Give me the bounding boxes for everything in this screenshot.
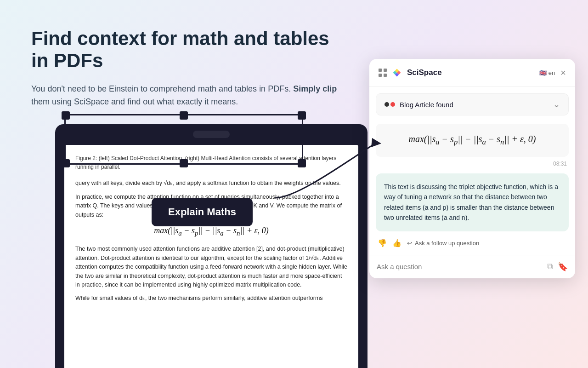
math-formula-display: max(||sa − sp|| − ||sa − sn|| + ε, 0) <box>384 134 560 147</box>
handle-top-right[interactable] <box>298 111 306 120</box>
grid-icon[interactable] <box>379 69 387 77</box>
math-formula-card: max(||sa − sp|| − ||sa − sn|| + ε, 0) <box>376 124 569 157</box>
explain-maths-button[interactable]: Explain Maths <box>152 198 253 226</box>
language-label: en <box>548 69 555 76</box>
grid-dot-3 <box>379 74 382 77</box>
page-title: Find context for math and tables in PDFs <box>31 28 344 72</box>
timestamp: 08:31 <box>378 161 567 167</box>
article-banner[interactable]: Blog Article found ⌄ <box>376 93 569 115</box>
article-banner-left: Blog Article found <box>384 101 453 109</box>
subtitle-bold: Simply clip <box>293 84 337 93</box>
follow-up-label: Ask a follow up question <box>415 240 479 247</box>
arrow <box>271 133 381 207</box>
subtitle-part2: them using SciSpace and find out what ex… <box>31 97 238 106</box>
handle-top-middle[interactable] <box>180 111 188 120</box>
flag-icon: 🇬🇧 <box>539 69 547 76</box>
handle-bottom-middle[interactable] <box>180 159 188 167</box>
grid-dot-4 <box>384 74 387 77</box>
panel-header: SciSpace 🇬🇧 en × <box>369 59 575 87</box>
panel-header-left: SciSpace <box>379 66 442 79</box>
handle-top-left[interactable] <box>62 111 70 120</box>
pdf-text4: While for small values of dₖ, the two me… <box>75 294 347 303</box>
pdf-text3: The two most commonly used attention fun… <box>75 245 347 289</box>
handle-bottom-left[interactable] <box>62 159 70 167</box>
record-icon <box>384 102 395 107</box>
chevron-down-icon[interactable]: ⌄ <box>553 99 560 109</box>
scispace-panel: SciSpace 🇬🇧 en × Blog Article found ⌄ ma… <box>369 59 575 278</box>
scispace-logo-icon <box>390 66 403 79</box>
ask-question-input[interactable] <box>377 263 543 270</box>
panel-header-right: 🇬🇧 en × <box>539 68 566 77</box>
follow-up-button[interactable]: ↩ Ask a follow up question <box>407 240 479 247</box>
record-dot-2 <box>390 102 395 107</box>
ai-response-text: This text is discussing the triplet obje… <box>384 183 558 221</box>
selection-box <box>64 114 303 165</box>
left-content: Find context for math and tables in PDFs… <box>31 28 344 122</box>
subtitle-part1: You don't need to be Einstein to compreh… <box>31 84 291 93</box>
ai-response-bubble: This text is discussing the triplet obje… <box>376 173 569 231</box>
reply-icon: ↩ <box>407 240 412 247</box>
article-found-text: Blog Article found <box>400 101 453 109</box>
grid-dot-1 <box>379 69 382 72</box>
svg-marker-0 <box>371 138 381 147</box>
panel-title: SciSpace <box>407 68 442 77</box>
grid-dot-2 <box>384 69 387 72</box>
action-row: 👎 👍 ↩ Ask a follow up question <box>369 233 575 253</box>
thumbs-down-button[interactable]: 👎 <box>378 239 387 247</box>
subtitle: You don't need to be Einstein to compreh… <box>31 82 344 109</box>
record-dot-1 <box>384 102 389 107</box>
close-button[interactable]: × <box>560 68 566 77</box>
ask-input-row: ⧉ 🔖 <box>369 255 575 278</box>
language-badge[interactable]: 🇬🇧 en <box>539 69 555 76</box>
copy-button[interactable]: ⧉ <box>547 262 553 271</box>
thumbs-up-button[interactable]: 👍 <box>392 239 401 247</box>
bookmark-button[interactable]: 🔖 <box>558 262 568 272</box>
